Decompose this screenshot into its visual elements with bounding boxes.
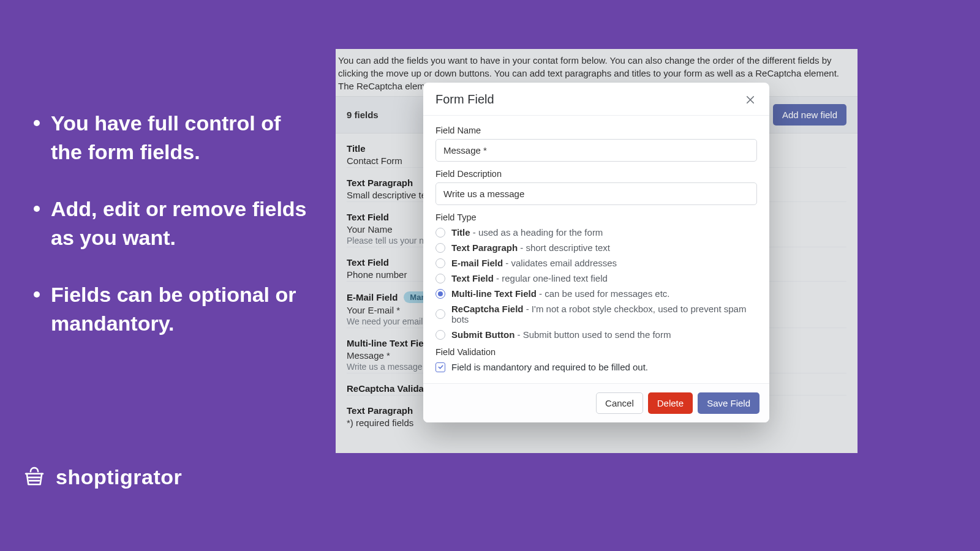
field-type-option[interactable]: Text Field - regular one-lined text fiel… (435, 273, 757, 283)
field-name-label: Field Name (435, 126, 757, 135)
field-type-label: Field Type (435, 212, 757, 222)
brand-name: shoptigrator (56, 465, 182, 489)
field-type-option[interactable]: Submit Button - Submit button used to se… (435, 329, 757, 340)
field-name-input[interactable] (435, 139, 757, 162)
field-description-input[interactable] (435, 182, 757, 205)
cancel-button[interactable]: Cancel (596, 392, 643, 414)
radio-icon (435, 330, 445, 340)
marketing-bullet: Add, edit or remove fields as you want. (34, 195, 312, 252)
radio-icon (435, 228, 445, 238)
radio-icon (435, 258, 445, 268)
field-type-option[interactable]: E-mail Field - validates email addresses (435, 258, 757, 268)
modal-footer: Cancel Delete Save Field (423, 383, 769, 422)
field-description-label: Field Description (435, 169, 757, 179)
radio-icon (435, 243, 445, 253)
radio-icon (435, 274, 445, 283)
delete-button[interactable]: Delete (648, 392, 693, 414)
field-type-option[interactable]: Multi-line Text Field - can be used for … (435, 288, 757, 299)
marketing-bullet: Fields can be optional or mandantory. (34, 280, 312, 338)
brand-logo: shoptigrator (21, 464, 182, 490)
field-type-option[interactable]: Text Paragraph - short descriptive text (435, 242, 757, 253)
validation-checkbox-row[interactable]: Field is mandantory and required to be f… (435, 362, 757, 372)
basket-icon (21, 464, 47, 490)
modal-body: Field Name Field Description Field Type … (423, 116, 769, 383)
field-type-option[interactable]: Title - used as a heading for the form (435, 227, 757, 238)
save-field-button[interactable]: Save Field (698, 392, 760, 414)
modal-title: Form Field (435, 92, 494, 107)
radio-icon (435, 289, 445, 299)
validation-checkbox-label: Field is mandantory and required to be f… (451, 362, 648, 372)
field-validation-label: Field Validation (435, 347, 757, 357)
radio-icon (435, 309, 445, 319)
modal-header: Form Field (423, 83, 769, 116)
app-panel: You can add the fields you want to have … (336, 49, 858, 453)
close-icon[interactable] (744, 93, 757, 107)
form-field-modal: Form Field Field Name Field Description … (423, 83, 769, 422)
marketing-bullets: You have full control of the form fields… (34, 109, 312, 365)
field-type-option[interactable]: ReCaptcha Field - I'm not a robot style … (435, 304, 757, 324)
marketing-bullet: You have full control of the form fields… (34, 109, 312, 167)
field-type-radio-list: Title - used as a heading for the formTe… (435, 227, 757, 340)
checkbox-icon (435, 362, 445, 372)
